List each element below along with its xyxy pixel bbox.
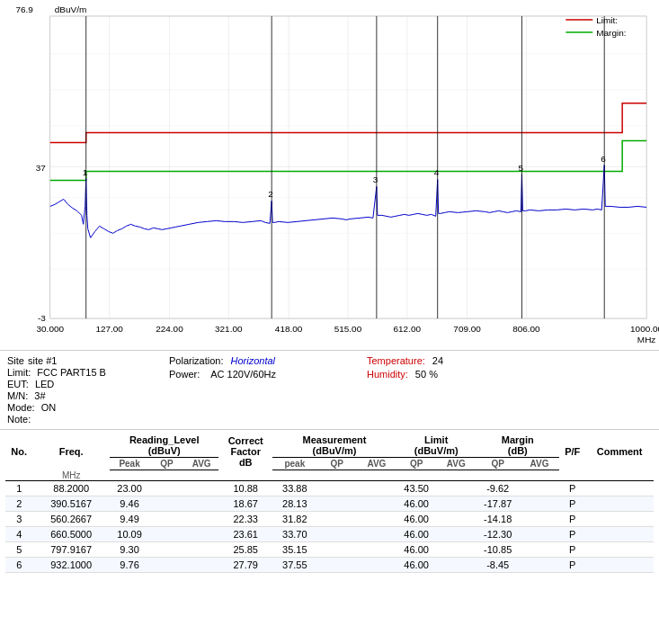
cell-mavg: [357, 557, 396, 572]
info-section: Site site #1 Limit: FCC PART15 B EUT: LE…: [0, 351, 659, 430]
cell-avg: [184, 541, 219, 557]
empty-unit-cells: [110, 470, 654, 481]
cell-mgavg: [520, 526, 559, 541]
y-min-label: -3: [38, 313, 46, 323]
site-value: site #1: [28, 355, 57, 366]
cell-avg: [184, 496, 219, 511]
x-label-321: 321.00: [215, 324, 243, 334]
cell-pf: P: [559, 557, 585, 572]
polarization-value: Horizontal: [231, 355, 276, 366]
cell-no: 2: [5, 496, 32, 511]
cell-qp: [149, 541, 184, 557]
col-header-freq: Freq.: [32, 434, 110, 470]
freq-unit-label: MHz: [32, 470, 110, 481]
mn-label: M/N:: [7, 390, 31, 401]
table-row: 3560.26679.4922.3331.8246.00-14.18P: [5, 511, 654, 526]
col-header-measurement: Measurement(dBuV/m): [272, 434, 396, 458]
temperature-row: Temperature: 24: [367, 355, 652, 366]
cell-db: 23.61: [218, 526, 272, 541]
cell-db: 27.79: [218, 557, 272, 572]
marker-label-6: 6: [601, 154, 606, 164]
cell-mgqp: -10.85: [476, 541, 520, 557]
power-row: Power: AC 120V/60Hz: [169, 369, 367, 380]
note-label: Note:: [7, 414, 31, 425]
cell-mpeak: 35.15: [272, 541, 317, 557]
table-row: 5797.91679.3025.8535.1546.00-10.85P: [5, 541, 654, 557]
table-row: 6932.10009.7627.7937.5546.00-8.45P: [5, 557, 654, 572]
cell-comment: [585, 557, 654, 572]
cell-mgqp: -17.87: [476, 496, 520, 511]
cell-lavg: [436, 496, 476, 511]
sub-peak: Peak: [110, 458, 149, 470]
cell-mqp: [317, 496, 357, 511]
cell-no: 6: [5, 557, 32, 572]
cell-freq: 88.2000: [32, 480, 110, 496]
cell-comment: [585, 496, 654, 511]
info-mid: Polarization: Horizontal Power: AC 120V/…: [169, 355, 367, 425]
cell-comment: [585, 526, 654, 541]
col-header-no: No.: [5, 434, 32, 470]
cell-lavg: [436, 480, 476, 496]
sub-mgavg: AVG: [520, 458, 559, 470]
humidity-label: Humidity:: [367, 369, 408, 380]
cell-qp: [149, 526, 184, 541]
col-header-margin: Margin(dB): [476, 434, 559, 458]
x-label-30: 30.000: [37, 324, 65, 334]
marker-label-2: 2: [268, 189, 273, 199]
table-row: 4660.500010.0923.6133.7046.00-12.30P: [5, 526, 654, 541]
cell-mpeak: 28.13: [272, 496, 317, 511]
cell-mqp: [317, 557, 357, 572]
cell-mgqp: -14.18: [476, 511, 520, 526]
freq-unit-cell: [5, 470, 32, 481]
limit-label-info: Limit:: [7, 367, 33, 378]
x-label-709: 709.00: [453, 324, 481, 334]
chart-area: 76.9 dBuV/m 37 -3: [0, 0, 659, 351]
cell-db: 22.33: [218, 511, 272, 526]
cell-mgavg: [520, 480, 559, 496]
x-label-1000: 1000.00: [630, 324, 659, 334]
table-body: 188.200023.0010.8833.8843.50-9.62P2390.5…: [5, 480, 654, 572]
sub-mgqp: QP: [476, 458, 520, 470]
y-max-label: 76.9: [15, 4, 33, 14]
cell-mgqp: -8.45: [476, 557, 520, 572]
power-value: AC 120V/60Hz: [210, 369, 276, 380]
cell-mgqp: -9.62: [476, 480, 520, 496]
legend-limit-label: Limit:: [596, 15, 618, 25]
cell-freq: 932.1000: [32, 557, 110, 572]
cell-qp: [149, 557, 184, 572]
cell-peak: 10.09: [110, 526, 149, 541]
marker-label-3: 3: [373, 174, 378, 184]
temperature-label: Temperature:: [367, 355, 425, 366]
cell-freq: 660.5000: [32, 526, 110, 541]
cell-lavg: [436, 541, 476, 557]
cell-peak: 9.49: [110, 511, 149, 526]
cell-mgavg: [520, 541, 559, 557]
cell-pf: P: [559, 541, 585, 557]
cell-mavg: [357, 511, 396, 526]
cell-pf: P: [559, 526, 585, 541]
cell-qp: [149, 480, 184, 496]
svg-rect-1: [50, 16, 646, 318]
cell-peak: 9.76: [110, 557, 149, 572]
eut-row: EUT: LED: [7, 379, 169, 389]
sub-mpeak: peak: [272, 458, 317, 470]
cell-comment: [585, 511, 654, 526]
mode-row: Mode: ON: [7, 402, 169, 413]
data-table-section: No. Freq. Reading_Level(dBuV) CorrectFac…: [0, 430, 659, 577]
cell-mgqp: -12.30: [476, 526, 520, 541]
cell-mqp: [317, 511, 357, 526]
cell-mgavg: [520, 511, 559, 526]
cell-pf: P: [559, 480, 585, 496]
cell-qp: [149, 496, 184, 511]
mode-value: ON: [41, 402, 57, 413]
cell-freq: 797.9167: [32, 541, 110, 557]
sub-lqp: QP: [396, 458, 436, 470]
col-header-reading: Reading_Level(dBuV): [110, 434, 218, 458]
cell-mpeak: 37.55: [272, 557, 317, 572]
x-label-127: 127.00: [95, 324, 123, 334]
cell-peak: 23.00: [110, 480, 149, 496]
mn-row: M/N: 3#: [7, 390, 169, 401]
cell-lqp: 43.50: [396, 480, 436, 496]
cell-lqp: 46.00: [396, 496, 436, 511]
cell-lavg: [436, 511, 476, 526]
